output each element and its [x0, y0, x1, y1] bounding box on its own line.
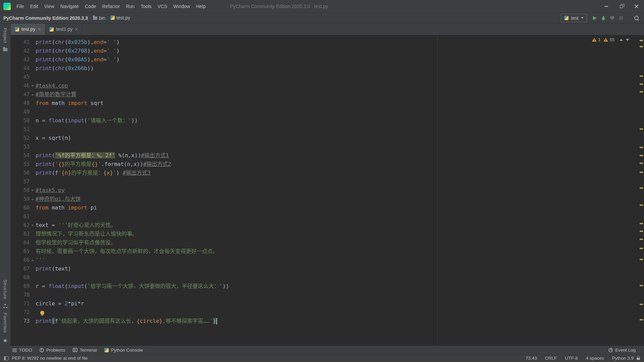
code-line-71[interactable]: 71circle = 2*pi*r	[11, 299, 638, 308]
code-line-53[interactable]: 53	[11, 142, 638, 151]
menu-window[interactable]: Window	[170, 4, 193, 9]
code-line-48[interactable]: 48from math import sqrt	[11, 99, 638, 108]
run-button[interactable]	[590, 14, 599, 22]
project-tool-icon[interactable]	[3, 48, 7, 51]
warning-stripe-mark[interactable]	[640, 239, 643, 240]
status-message[interactable]: PEP 8: W292 no newline at end of file	[12, 356, 88, 361]
code-text[interactable]: print(chr(0x2708),end=' ')	[36, 47, 638, 55]
warning-stripe-mark[interactable]	[640, 163, 643, 164]
code-line-50[interactable]: 50n = float(input('请输入一个数：'))	[11, 116, 638, 125]
fold-marker-icon[interactable]	[31, 85, 34, 87]
code-text[interactable]	[36, 125, 638, 134]
stop-button[interactable]	[616, 14, 625, 22]
code-line-51[interactable]: 51	[11, 125, 638, 134]
code-text[interactable]	[36, 308, 638, 317]
line-number[interactable]: 72	[11, 308, 30, 317]
error-stripe[interactable]	[638, 35, 644, 346]
code-text[interactable]: #简单的数学计算	[36, 90, 638, 99]
intention-bulb-icon[interactable]	[40, 311, 44, 315]
code-text[interactable]: print('{}的平方根是{}'.format(n,x))#输出方式2	[36, 160, 638, 169]
terminal-tool-button[interactable]: Terminal	[69, 346, 101, 354]
code-text[interactable]: #神奇的pi,与大饼	[36, 195, 638, 203]
code-text[interactable]: print(chr(0x00A5),end=' ')	[36, 55, 638, 64]
menu-code[interactable]: Code	[82, 4, 99, 9]
line-number[interactable]: 49	[11, 108, 30, 116]
breadcrumb-item[interactable]: test.py	[110, 15, 130, 20]
warning-stripe-mark[interactable]	[640, 223, 643, 224]
code-line-58[interactable]: 58#task5.py	[11, 186, 638, 195]
warning-stripe-mark[interactable]	[640, 83, 643, 85]
line-number[interactable]: 63	[11, 230, 30, 238]
code-text[interactable]: n = float(input('请输入一个数：'))	[36, 116, 638, 125]
code-text[interactable]: 但学校里的学习似乎有点像苦役。	[36, 238, 638, 247]
menu-refactor[interactable]: Refactor	[99, 4, 123, 9]
fold-marker-icon[interactable]	[31, 259, 34, 261]
tool-button-project[interactable]: Project	[3, 28, 8, 43]
code-text[interactable]: print(chr(0x025b),end=' ')	[36, 38, 638, 47]
code-line-54[interactable]: 54print('%f的平方根是：%。2f' %(n,x))#输出方式1	[11, 151, 638, 160]
tab-test1.py[interactable]: test1.py	[45, 23, 83, 35]
tool-button-favorites[interactable]: Favorites	[3, 313, 8, 333]
menu-file[interactable]: File	[13, 4, 27, 9]
code-line-41[interactable]: 41print(chr(0x025b),end=' ')	[11, 38, 638, 47]
code-line-47[interactable]: 47#简单的数学计算	[11, 90, 638, 99]
code-line-55[interactable]: 55print('{}的平方根是{}'.format(n,x))#输出方式2	[11, 160, 638, 169]
line-number[interactable]: 42	[11, 47, 30, 55]
code-text[interactable]: #task4.cpp	[36, 81, 638, 90]
code-text[interactable]: print('%f的平方根是：%。2f' %(n,x))#输出方式1	[36, 151, 638, 160]
menu-vcs[interactable]: VCS	[155, 4, 170, 9]
line-number[interactable]: 68	[11, 273, 30, 282]
line-number[interactable]: 69	[11, 282, 30, 291]
warning-stripe-mark[interactable]	[640, 259, 643, 260]
menu-tools[interactable]: Tools	[138, 4, 155, 9]
line-number[interactable]: 67	[11, 264, 30, 273]
code-text[interactable]: print(text)	[36, 264, 638, 273]
line-number[interactable]: 51	[11, 125, 30, 134]
code-text[interactable]: 有时候，需要画一个大饼，每次吃点学点新鲜的，才会每天变得更好一点点。	[36, 247, 638, 256]
warning-stripe-mark[interactable]	[640, 172, 643, 173]
warning-stripe-mark[interactable]	[640, 187, 643, 189]
fold-marker-icon[interactable]	[31, 198, 34, 200]
code-text[interactable]: #task5.py	[36, 186, 638, 195]
breadcrumb-item[interactable]: bin	[93, 15, 105, 21]
line-number[interactable]: 71	[11, 299, 30, 308]
warning-stripe-mark[interactable]	[640, 91, 643, 93]
problems-tool-button[interactable]: Problems	[36, 346, 69, 354]
code-line-56[interactable]: 56print(f'{n}的平方根是：{x}') #输出方式3	[11, 169, 638, 177]
warning-stripe-mark[interactable]	[640, 231, 643, 232]
line-number[interactable]: 73	[11, 317, 30, 325]
debug-button[interactable]	[599, 14, 608, 22]
menu-view[interactable]: View	[41, 4, 57, 9]
python-interpreter[interactable]: Python 3.9	[612, 356, 634, 361]
next-problem-icon[interactable]	[626, 39, 629, 41]
line-number[interactable]: 52	[11, 134, 30, 142]
line-number[interactable]: 66	[11, 256, 30, 264]
line-number[interactable]: 58	[11, 186, 30, 195]
restore-button[interactable]	[614, 0, 629, 12]
code-line-67[interactable]: 67print(text)	[11, 264, 638, 273]
menu-help[interactable]: Help	[193, 4, 209, 9]
tab-test.py[interactable]: test.py	[11, 23, 45, 35]
line-number[interactable]: 64	[11, 238, 30, 247]
warning-stripe-mark[interactable]	[640, 204, 643, 206]
code-line-44[interactable]: 44print(chr(0x266b))	[11, 64, 638, 73]
code-line-64[interactable]: 64但学校里的学习似乎有点像苦役。	[11, 238, 638, 247]
code-line-66[interactable]: 66'''	[11, 256, 638, 264]
warning-stripe-mark[interactable]	[640, 304, 643, 305]
code-line-52[interactable]: 52x = sqrt(n)	[11, 134, 638, 142]
code-text[interactable]: print(f'绕起来，大饼的圆周有这么长，{circle},够不够探索宇宙………	[36, 317, 638, 325]
line-number[interactable]: 55	[11, 160, 30, 169]
code-line-43[interactable]: 43print(chr(0x00A5),end=' ')	[11, 55, 638, 64]
code-line-63[interactable]: 63理想情况下，学习新东西是让人愉快的事。	[11, 230, 638, 238]
code-text[interactable]: '''	[36, 256, 638, 264]
line-separator[interactable]: CRLF	[545, 356, 557, 361]
file-encoding[interactable]: UTF-8	[565, 356, 578, 361]
line-number[interactable]: 65	[11, 247, 30, 256]
menu-navigate[interactable]: Navigate	[57, 4, 82, 9]
code-line-60[interactable]: 60from math import pi	[11, 203, 638, 212]
line-number[interactable]: 62	[11, 221, 30, 230]
code-line-65[interactable]: 65有时候，需要画一个大饼，每次吃点学点新鲜的，才会每天变得更好一点点。	[11, 247, 638, 256]
line-number[interactable]: 43	[11, 55, 30, 64]
prev-problem-icon[interactable]	[620, 39, 623, 41]
code-line-46[interactable]: 46#task4.cpp	[11, 81, 638, 90]
